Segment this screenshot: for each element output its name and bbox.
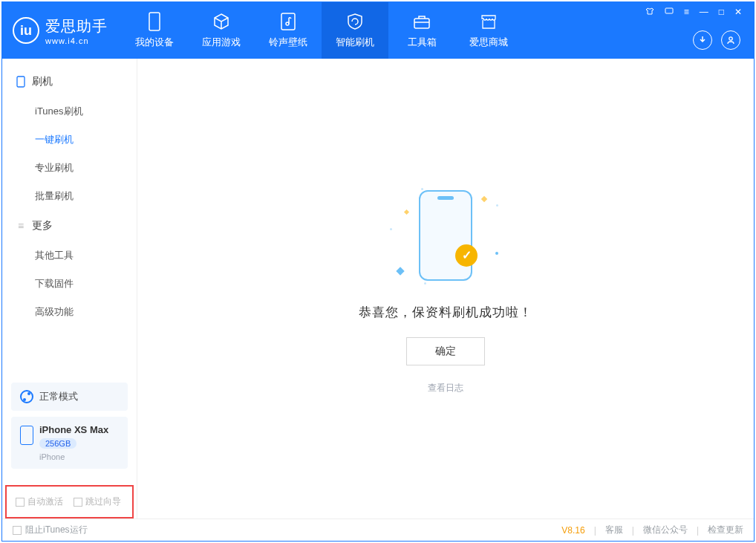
nav-tools[interactable]: 工具箱 (388, 2, 455, 59)
device-name: iPhone XS Max (39, 424, 108, 435)
maximize-icon[interactable]: □ (717, 7, 726, 18)
device-capacity: 256GB (39, 438, 76, 449)
nav-label: 工具箱 (408, 36, 437, 49)
nav-device[interactable]: 我的设备 (121, 2, 188, 59)
svg-point-5 (729, 37, 732, 40)
status-link-update[interactable]: 检查更新 (708, 524, 743, 536)
sidebar-item-oneclick-flash[interactable]: 一键刷机 (2, 126, 137, 154)
top-nav: 我的设备 应用游戏 铃声壁纸 智能刷机 工具箱 爱思商城 (121, 2, 522, 59)
list-icon: ≡ (16, 221, 26, 231)
music-icon (278, 12, 298, 31)
toolbox-icon (412, 12, 431, 31)
sparkle-icon (396, 267, 404, 275)
checkbox-icon[interactable] (16, 498, 25, 507)
nav-label: 应用游戏 (202, 36, 241, 49)
device-icon (20, 426, 33, 445)
success-illustration: ✓ (382, 183, 509, 287)
sparkle-icon (481, 195, 487, 201)
status-link-wechat[interactable]: 微信公众号 (643, 524, 688, 536)
view-log-link[interactable]: 查看日志 (428, 382, 463, 394)
main-content: ✓ 恭喜您，保资料刷机成功啦！ 确定 查看日志 (137, 59, 754, 518)
sidebar-group-title: 更多 (32, 219, 53, 233)
app-logo: iu 爱思助手 www.i4.cn (2, 16, 121, 45)
version: V8.16 (561, 525, 584, 536)
phone-small-icon (16, 77, 26, 87)
ok-button[interactable]: 确定 (406, 337, 485, 365)
app-name: 爱思助手 (45, 16, 108, 36)
device-card[interactable]: iPhone XS Max 256GB iPhone (11, 417, 128, 469)
phone-illustration-icon (419, 190, 472, 281)
nav-apps[interactable]: 应用游戏 (188, 2, 255, 59)
svg-rect-1 (281, 13, 295, 30)
sidebar-group-title: 刷机 (32, 75, 53, 88)
nav-flash[interactable]: 智能刷机 (322, 2, 388, 59)
shirt-icon[interactable] (644, 7, 656, 18)
block-itunes-label[interactable]: 阻止iTunes运行 (25, 524, 88, 536)
window-controls: ≡ — □ ✕ (644, 7, 743, 18)
feedback-icon[interactable] (663, 7, 675, 18)
sidebar-item-batch-flash[interactable]: 批量刷机 (2, 182, 137, 210)
nav-label: 我的设备 (135, 36, 174, 49)
logo-icon: iu (13, 17, 39, 44)
sidebar-item-pro-flash[interactable]: 专业刷机 (2, 154, 137, 182)
nav-ring[interactable]: 铃声壁纸 (255, 2, 322, 59)
sidebar-group-flash: 刷机 (2, 66, 137, 97)
device-icon (145, 12, 164, 31)
mode-icon (20, 390, 33, 403)
cube-icon (212, 12, 231, 31)
refresh-shield-icon (345, 12, 365, 31)
device-mode-label: 正常模式 (39, 390, 78, 403)
option-skip-guide[interactable]: 跳过向导 (74, 495, 121, 508)
checkbox-icon[interactable] (74, 498, 82, 507)
minimize-icon[interactable]: — (698, 7, 710, 18)
account-button[interactable] (721, 30, 740, 50)
close-icon[interactable]: ✕ (733, 7, 743, 18)
sidebar: 刷机 iTunes刷机 一键刷机 专业刷机 批量刷机 ≡ 更多 其他工具 下载固… (2, 59, 137, 518)
success-message: 恭喜您，保资料刷机成功啦！ (359, 304, 532, 321)
app-site: www.i4.cn (45, 36, 108, 45)
svg-point-2 (286, 22, 289, 25)
device-mode[interactable]: 正常模式 (11, 383, 128, 411)
check-badge-icon: ✓ (455, 244, 478, 267)
nav-label: 铃声壁纸 (269, 36, 307, 49)
svg-rect-3 (414, 19, 429, 28)
download-button[interactable] (693, 30, 712, 50)
option-label: 自动激活 (27, 495, 63, 508)
nav-label: 智能刷机 (336, 36, 374, 49)
checkbox-icon[interactable] (13, 526, 22, 535)
svg-rect-4 (665, 8, 673, 13)
menu-icon[interactable]: ≡ (682, 7, 691, 18)
sidebar-group-more: ≡ 更多 (2, 210, 137, 241)
nav-label: 爱思商城 (469, 36, 508, 49)
status-link-support[interactable]: 客服 (605, 524, 623, 536)
flash-options-highlighted: 自动激活 跳过向导 (5, 485, 134, 518)
sidebar-item-advanced[interactable]: 高级功能 (2, 298, 137, 326)
sidebar-item-itunes-flash[interactable]: iTunes刷机 (2, 97, 137, 126)
nav-store[interactable]: 爱思商城 (455, 2, 522, 59)
sidebar-item-download-firmware[interactable]: 下载固件 (2, 270, 137, 298)
sparkle-icon (495, 252, 498, 255)
sparkle-icon (404, 209, 409, 214)
svg-rect-6 (17, 77, 25, 87)
option-label: 跳过向导 (85, 495, 121, 508)
header: iu 爱思助手 www.i4.cn 我的设备 应用游戏 铃声壁纸 智能刷机 (2, 2, 754, 59)
sidebar-item-other-tools[interactable]: 其他工具 (2, 241, 137, 270)
device-type: iPhone (39, 452, 108, 461)
option-auto-activate[interactable]: 自动激活 (16, 495, 63, 508)
svg-rect-0 (149, 13, 160, 30)
status-bar: 阻止iTunes运行 V8.16 | 客服 | 微信公众号 | 检查更新 (2, 518, 754, 541)
store-icon (479, 12, 498, 31)
